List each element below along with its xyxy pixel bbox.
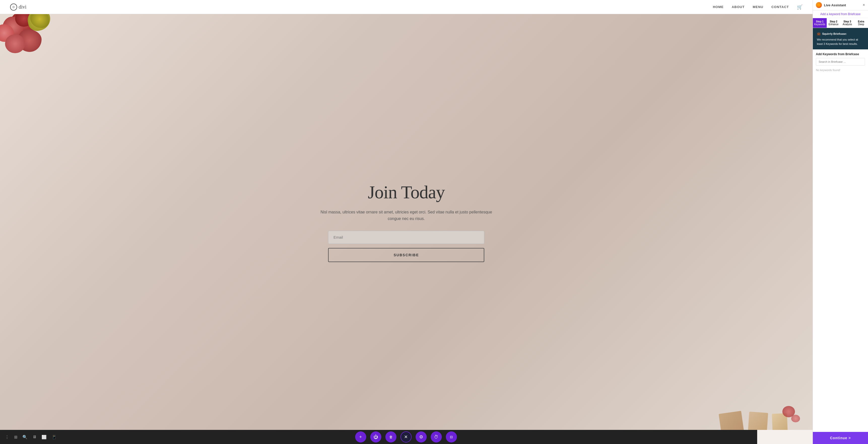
top-navigation: D divi HOME ABOUT MENU CONTACT 🛒 xyxy=(0,0,813,14)
no-keywords-text: No keywords found! xyxy=(816,67,865,72)
add-keyword-from-briefcase-link[interactable]: Add a keyword from Briefcase xyxy=(813,10,868,18)
toolbar-grid-icon[interactable]: ⊞ xyxy=(14,435,18,440)
nav-links: HOME ABOUT MENU CONTACT 🛒 xyxy=(713,4,803,10)
toolbar-tablet-icon[interactable]: ⬜ xyxy=(41,435,46,440)
info-box: 💼 Squirrly Briefcase: We recommend that … xyxy=(813,28,868,49)
nav-home[interactable]: HOME xyxy=(713,5,724,9)
logo-letter: D xyxy=(12,5,14,8)
hero-title: Join Today xyxy=(81,182,732,203)
panel-title: Live Assistant xyxy=(824,3,846,7)
logo-text: divi xyxy=(19,4,26,10)
steps-tabs: Step 1 Keywords Step 2 Enhance Step 3 An… xyxy=(813,18,868,28)
live-assistant-avatar: 🟠 xyxy=(816,2,822,8)
toolbar-add-button[interactable]: + xyxy=(355,432,366,443)
toolbar-search-icon[interactable]: 🔍 xyxy=(23,435,27,440)
add-keywords-section: Add Keywords from Briefcase No keywords … xyxy=(813,49,868,432)
hero-subtitle: Nisl massa, ultrices vitae ornare sit am… xyxy=(318,209,494,222)
tab-step3-analysis[interactable]: Step 3 Analysis xyxy=(841,18,855,28)
info-box-message: We recommend that you select at least 3 … xyxy=(817,37,864,46)
email-input-wrapper xyxy=(328,231,485,244)
cart-icon[interactable]: 🛒 xyxy=(797,4,803,10)
flowers-decoration-topleft xyxy=(0,14,60,64)
logo-icon: D xyxy=(10,3,17,10)
tab-step1-keywords[interactable]: Step 1 Keywords xyxy=(813,18,827,28)
product-item-1 xyxy=(719,411,745,430)
toolbar-left-icons: ⋮ ⊞ 🔍 🖥 ⬜ 📱 xyxy=(5,435,57,440)
product-item-2 xyxy=(747,412,768,430)
nav-menu[interactable]: MENU xyxy=(753,5,763,9)
info-box-title: 💼 Squirrly Briefcase: xyxy=(817,31,864,36)
email-input[interactable] xyxy=(334,235,479,239)
panel-header-left: 🟠 Live Assistant xyxy=(816,2,846,8)
panel-close-button[interactable]: × xyxy=(863,3,865,7)
toolbar-mobile-icon[interactable]: 📱 xyxy=(52,435,57,440)
panel-header: 🟠 Live Assistant × xyxy=(813,0,868,10)
subscribe-button[interactable]: SUBSCRIBE xyxy=(328,248,485,262)
toolbar-desktop-icon[interactable]: 🖥 xyxy=(32,435,36,439)
toolbar-trash-button[interactable]: 🗑 xyxy=(385,432,397,443)
hero-section: Join Today Nisl massa, ultrices vitae or… xyxy=(0,14,813,430)
logo: D divi xyxy=(10,3,26,10)
toolbar-settings-button[interactable]: ⚙ xyxy=(415,432,427,443)
toolbar-close-button[interactable]: ✕ xyxy=(401,432,411,443)
nav-contact[interactable]: CONTACT xyxy=(771,5,789,9)
hero-content: Join Today Nisl massa, ultrices vitae or… xyxy=(81,182,732,262)
toolbar-center-buttons: + ⏻ 🗑 ✕ ⚙ ⏱ ⊟ xyxy=(60,432,752,443)
add-keywords-title: Add Keywords from Briefcase xyxy=(816,52,865,56)
tab-step2-enhance[interactable]: Step 2 Enhance xyxy=(827,18,841,28)
website-area: D divi HOME ABOUT MENU CONTACT 🛒 xyxy=(0,0,813,444)
toolbar-menu-icon[interactable]: ⋮ xyxy=(5,435,9,440)
toolbar-adjust-button[interactable]: ⊟ xyxy=(446,432,457,443)
products-area xyxy=(721,405,787,430)
search-briefcase-input[interactable] xyxy=(816,58,865,65)
toolbar-power-button[interactable]: ⏻ xyxy=(370,432,381,443)
briefcase-icon: 💼 xyxy=(817,31,820,36)
bottom-toolbar: ⋮ ⊞ 🔍 🖥 ⬜ 📱 + ⏻ 🗑 ✕ ⚙ ⏱ xyxy=(0,430,757,444)
tab-extra-deep[interactable]: Extra Deep xyxy=(854,18,868,28)
nav-about[interactable]: ABOUT xyxy=(732,5,745,9)
continue-button[interactable]: Continue > xyxy=(813,432,868,444)
toolbar-history-button[interactable]: ⏱ xyxy=(431,432,442,443)
live-assistant-panel: 🟠 Live Assistant × Add a keyword from Br… xyxy=(813,0,868,444)
